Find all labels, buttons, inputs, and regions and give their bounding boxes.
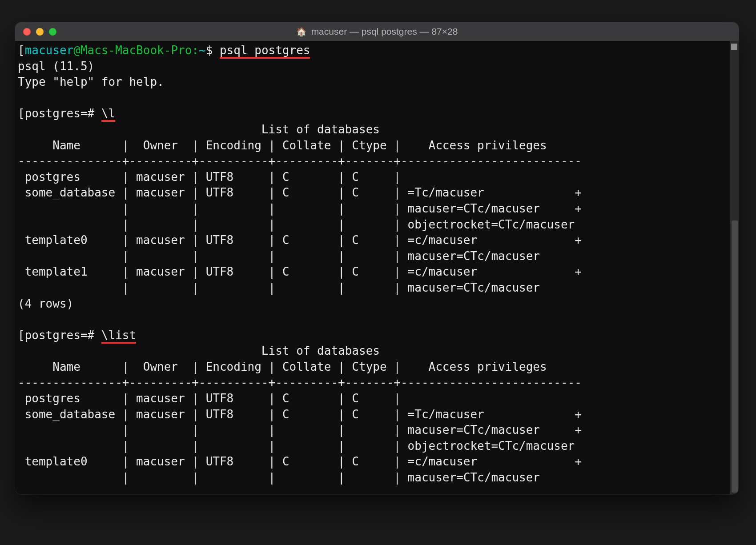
- terminal-window: 🏠 macuser — psql postgres — 87×28 [macus…: [15, 22, 739, 494]
- minimize-icon[interactable]: [36, 28, 44, 36]
- table-title-1: List of databases: [18, 123, 380, 136]
- table-title-2: List of databases: [18, 344, 380, 357]
- table-row: some_database | macuser | UTF8 | C | C |…: [18, 408, 582, 421]
- psql-version: psql (11.5): [18, 60, 94, 73]
- table-row: template0 | macuser | UTF8 | C | C | =c/…: [18, 233, 582, 247]
- shell-tilde: ~: [199, 44, 206, 57]
- table-row: | | | | | objectrocket=CTc/macuser: [18, 218, 582, 231]
- shell-dollar: $: [206, 44, 220, 57]
- table-row: postgres | macuser | UTF8 | C | C |: [18, 392, 582, 405]
- table-row: | | | | | macuser=CTc/macuser: [18, 249, 582, 263]
- terminal-output: [macuser@Macs-MacBook-Pro:~$ psql postgr…: [15, 41, 739, 486]
- table-divider-1: ---------------+---------+----------+---…: [18, 154, 582, 168]
- scrollbar-track[interactable]: [730, 41, 739, 494]
- shell-host: Macs-MacBook-Pro:: [80, 44, 199, 57]
- shell-command: psql postgres: [220, 44, 310, 59]
- table-header-1: Name | Owner | Encoding | Collate | Ctyp…: [18, 139, 582, 152]
- shell-at: @: [73, 44, 80, 57]
- home-icon: 🏠: [296, 27, 307, 37]
- close-icon[interactable]: [23, 28, 31, 36]
- titlebar: 🏠 macuser — psql postgres — 87×28: [15, 22, 739, 41]
- shell-user: macuser: [25, 44, 74, 57]
- zoom-icon[interactable]: [49, 28, 56, 36]
- psql-cmd-l: \l: [101, 107, 115, 122]
- table-divider-2: ---------------+---------+----------+---…: [18, 376, 582, 389]
- psql-cmd-list: \list: [101, 329, 136, 344]
- terminal-body[interactable]: [macuser@Macs-MacBook-Pro:~$ psql postgr…: [15, 41, 739, 494]
- table-row: | | | | | macuser=CTc/macuser +: [18, 202, 582, 215]
- table-row: | | | | | macuser=CTc/macuser +: [18, 423, 582, 437]
- table-row: | | | | | objectrocket=CTc/macuser: [18, 439, 582, 453]
- table-footer: (4 rows): [18, 297, 73, 310]
- window-title-text: macuser — psql postgres — 87×28: [311, 26, 458, 37]
- table-row: template1 | macuser | UTF8 | C | C | =c/…: [18, 265, 582, 278]
- table-header-2: Name | Owner | Encoding | Collate | Ctyp…: [18, 360, 582, 373]
- psql-help: Type "help" for help.: [18, 75, 164, 88]
- table-row: template0 | macuser | UTF8 | C | C | =c/…: [18, 455, 582, 468]
- psql-prompt-2: postgres=#: [25, 329, 101, 342]
- table-row: some_database | macuser | UTF8 | C | C |…: [18, 186, 582, 199]
- table-row: | | | | | macuser=CTc/macuser: [18, 471, 582, 484]
- scrollbar-thumb[interactable]: [732, 220, 738, 493]
- scroll-corner-icon: [731, 44, 737, 50]
- table-row: | | | | | macuser=CTc/macuser: [18, 281, 582, 294]
- window-controls: [23, 28, 56, 36]
- psql-prompt-1: postgres=#: [25, 107, 101, 120]
- table-row: postgres | macuser | UTF8 | C | C |: [18, 170, 582, 184]
- window-title: 🏠 macuser — psql postgres — 87×28: [15, 26, 739, 37]
